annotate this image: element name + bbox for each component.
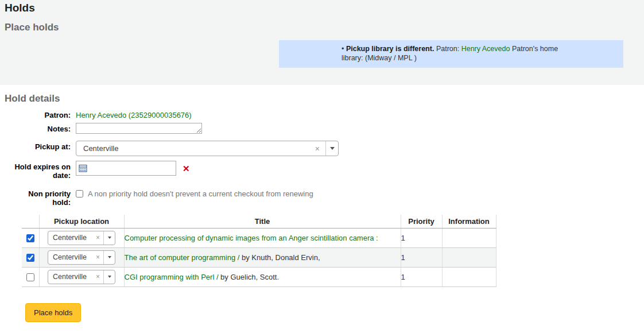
header-checkbox-col (22, 215, 39, 228)
non-priority-row: Non priority hold: A non priority hold d… (13, 188, 644, 207)
table-header-row: Pickup location Title Priority Informati… (22, 215, 496, 228)
priority-value: 1 (401, 247, 442, 267)
header-information: Information (442, 215, 496, 228)
hold-details-section: Hold details Patron: Henry Acevedo (2352… (0, 85, 644, 322)
row-select-checkbox[interactable] (26, 234, 34, 242)
alert-bold-text: Pickup library is different. (346, 45, 434, 53)
chevron-down-icon (108, 276, 111, 278)
non-priority-label: Non priority hold: (13, 188, 71, 207)
alert-bullet: • (342, 45, 344, 53)
header-title: Title (124, 215, 401, 228)
dropdown-arrow-button[interactable] (103, 231, 115, 245)
row-select-checkbox[interactable] (26, 254, 34, 262)
title-link[interactable]: Computer processing of dynamic images fr… (125, 234, 378, 242)
non-priority-hint: A non priority hold doesn't prevent a cu… (88, 189, 313, 198)
clear-selection-icon[interactable]: × (95, 273, 103, 281)
holds-table: Pickup location Title Priority Informati… (22, 215, 496, 287)
clear-selection-icon[interactable]: × (95, 234, 103, 242)
table-row: Centerville × CGI programming with Perl … (22, 267, 496, 286)
row-pickup-value: Centerville (48, 234, 95, 242)
clear-selection-icon[interactable]: × (95, 253, 103, 261)
chevron-down-icon (108, 256, 111, 258)
place-holds-button[interactable]: Place holds (25, 303, 81, 322)
clear-date-icon[interactable]: ✕ (183, 164, 190, 173)
hold-details-form: Patron: Henry Acevedo (23529000035676) N… (5, 109, 644, 207)
row-pickup-select[interactable]: Centerville × (48, 270, 115, 284)
patron-row: Patron: Henry Acevedo (23529000035676) (13, 109, 644, 119)
calendar-icon[interactable] (79, 164, 87, 172)
table-row: Centerville × The art of computer progra… (22, 247, 496, 267)
page-subtitle: Place holds (0, 14, 644, 33)
table-row: Centerville × Computer processing of dyn… (22, 228, 496, 247)
pickup-library-select[interactable]: Centerville × (76, 141, 339, 156)
dropdown-arrow-button[interactable] (103, 270, 115, 284)
information-value (442, 267, 496, 286)
hold-expires-label: Hold expires on date: (13, 161, 71, 180)
row-pickup-value: Centerville (48, 253, 95, 261)
pickup-selected-value: Centerville (76, 144, 315, 153)
alert-patron-link[interactable]: Henry Acevedo (461, 45, 510, 53)
chevron-down-icon (108, 237, 111, 239)
patron-link[interactable]: Henry Acevedo (23529000035676) (76, 111, 192, 119)
pickup-at-label: Pickup at: (13, 141, 71, 151)
page-header-band: Holds Place holds • Pickup library is di… (0, 0, 644, 85)
row-pickup-value: Centerville (48, 273, 95, 281)
title-link[interactable]: CGI programming with Perl / (125, 273, 219, 281)
alert-mid-text: Patron: (436, 45, 461, 53)
section-title: Hold details (5, 85, 644, 109)
title-author: by Knuth, Donald Ervin, (239, 253, 320, 262)
information-value (442, 228, 496, 247)
row-pickup-select[interactable]: Centerville × (48, 250, 115, 265)
pickup-at-row: Pickup at: Centerville × (13, 141, 644, 156)
notes-textarea[interactable] (76, 123, 202, 134)
non-priority-checkbox[interactable] (76, 190, 83, 198)
hold-expires-row: Hold expires on date: ✕ (13, 161, 644, 180)
title-author: by Guelich, Scott. (219, 273, 280, 281)
dropdown-arrow-button[interactable] (325, 141, 338, 156)
row-pickup-select[interactable]: Centerville × (48, 231, 115, 245)
priority-value: 1 (401, 267, 442, 286)
header-pickup-location: Pickup location (39, 215, 124, 228)
pickup-library-alert: • Pickup library is different. Patron: H… (279, 40, 623, 68)
chevron-down-icon (330, 147, 335, 150)
title-link[interactable]: The art of computer programming / (125, 253, 240, 262)
page-title: Holds (0, 0, 644, 14)
information-value (442, 247, 496, 267)
dropdown-arrow-button[interactable] (103, 251, 115, 264)
notes-row: Notes: (13, 123, 644, 135)
alert-message: • Pickup library is different. Patron: H… (342, 44, 561, 63)
notes-label: Notes: (13, 123, 71, 133)
expiration-date-input[interactable] (76, 161, 176, 176)
clear-selection-icon[interactable]: × (315, 144, 325, 153)
priority-value: 1 (401, 228, 442, 247)
row-select-checkbox[interactable] (26, 273, 34, 281)
header-priority: Priority (401, 215, 442, 228)
patron-label: Patron: (13, 109, 71, 119)
